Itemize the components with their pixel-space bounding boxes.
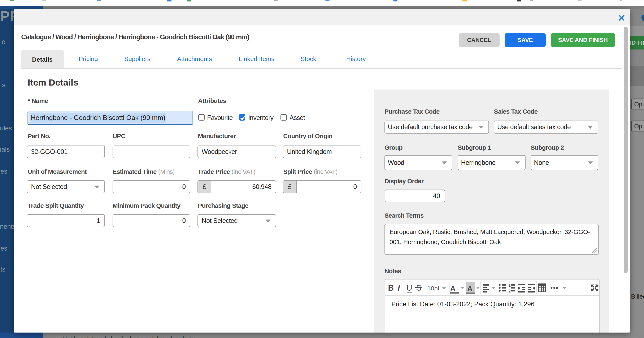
svg-text:2: 2 bbox=[508, 289, 511, 293]
svg-text:U: U bbox=[406, 284, 412, 292]
svg-text:1: 1 bbox=[508, 283, 511, 288]
svg-text:B: B bbox=[388, 284, 394, 292]
svg-text:A: A bbox=[467, 284, 472, 292]
svg-text:A: A bbox=[450, 284, 456, 292]
svg-text:I: I bbox=[398, 284, 400, 292]
svg-text:10pt: 10pt bbox=[427, 285, 440, 292]
